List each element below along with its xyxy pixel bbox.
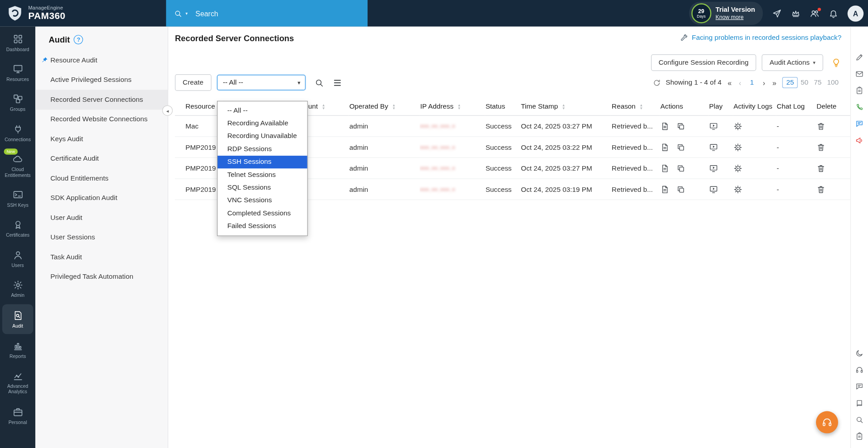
session-activity-icon[interactable] xyxy=(733,122,742,131)
dropdown-option--all-[interactable]: -- All -- xyxy=(217,104,307,117)
notifications-icon[interactable] xyxy=(829,9,838,18)
sidebar-item-user-sessions[interactable]: User Sessions xyxy=(35,228,168,247)
know-more-link[interactable]: Know more xyxy=(716,14,755,21)
prev-page-button[interactable]: ‹ xyxy=(738,78,742,86)
page-size-100[interactable]: 100 xyxy=(824,77,841,87)
last-page-button[interactable]: » xyxy=(771,78,778,86)
license-icon[interactable] xyxy=(791,9,801,18)
sidebar-item-task-audit[interactable]: Task Audit xyxy=(35,247,168,267)
knowledge-base-icon[interactable] xyxy=(855,399,863,407)
dropdown-option-sql-sessions[interactable]: SQL Sessions xyxy=(217,181,307,194)
sidebar-item-groups[interactable]: Groups xyxy=(0,88,35,118)
session-details-icon[interactable] xyxy=(660,122,670,131)
page-size-50[interactable]: 50 xyxy=(798,77,811,87)
column-chooser-icon[interactable] xyxy=(332,78,342,87)
sidebar-item-cloud-entitlements[interactable]: Cloud Entitlements xyxy=(35,168,168,188)
refresh-icon[interactable] xyxy=(652,78,660,86)
edit-icon[interactable] xyxy=(855,53,863,62)
copy-session-icon[interactable] xyxy=(676,122,685,131)
sidebar-item-certificate-audit[interactable]: Certificate Audit xyxy=(35,149,168,168)
delete-row-icon[interactable] xyxy=(816,143,826,152)
notes-icon[interactable] xyxy=(855,432,863,440)
sidebar-collapse-button[interactable]: ◂ xyxy=(162,105,173,116)
sort-icon[interactable]: ▲▼ xyxy=(322,104,326,110)
session-activity-icon[interactable] xyxy=(733,164,742,173)
delete-row-icon[interactable] xyxy=(816,122,826,131)
theme-icon[interactable] xyxy=(855,349,863,357)
col-operated-by[interactable]: Operated By▲▼ xyxy=(349,98,420,116)
sidebar-item-personal[interactable]: Personal xyxy=(0,400,35,430)
support-icon[interactable] xyxy=(855,366,863,374)
session-details-icon[interactable] xyxy=(660,143,670,152)
sidebar-item-ssh-keys[interactable]: SSH Keys xyxy=(0,183,35,213)
sidebar-item-sdk-application-audit[interactable]: SDK Application Audit xyxy=(35,188,168,208)
dropdown-option-rdp-sessions[interactable]: RDP Sessions xyxy=(217,143,307,155)
sidebar-item-advanced-analytics[interactable]: Advanced Analytics xyxy=(0,365,35,400)
next-page-button[interactable]: › xyxy=(762,78,766,86)
sidebar-item-dashboard[interactable]: Dashboard xyxy=(0,28,35,57)
play-session-icon[interactable] xyxy=(709,122,718,131)
play-session-icon[interactable] xyxy=(709,185,718,194)
whats-new-icon[interactable] xyxy=(772,9,782,18)
create-button[interactable]: Create xyxy=(175,74,211,91)
sidebar-item-connections[interactable]: Connections xyxy=(0,118,35,148)
first-page-button[interactable]: « xyxy=(726,78,733,86)
search-placeholder[interactable]: Search xyxy=(195,9,218,17)
audit-actions-button[interactable]: Audit Actions ▾ xyxy=(762,54,823,71)
announcements-icon[interactable] xyxy=(855,136,863,144)
sidebar-item-resource-audit[interactable]: Resource Audit xyxy=(35,50,168,70)
live-chat-icon[interactable] xyxy=(855,382,863,391)
page-size-25[interactable]: 25 xyxy=(783,77,798,88)
sidebar-item-users[interactable]: Users xyxy=(0,243,35,273)
dropdown-option-ssh-sessions[interactable]: SSH Sessions xyxy=(217,156,307,168)
session-filter-select[interactable]: -- All -- ▾ xyxy=(217,75,305,90)
page-size-75[interactable]: 75 xyxy=(811,77,824,87)
sidebar-item-recorded-website-connections[interactable]: Recorded Website Connections xyxy=(35,110,168,129)
session-activity-icon[interactable] xyxy=(733,143,742,152)
dropdown-option-recording-unavailable[interactable]: Recording Unavailable xyxy=(217,130,307,143)
support-fab[interactable] xyxy=(816,411,838,434)
col-ip-address[interactable]: IP Address▲▼ xyxy=(420,98,485,116)
session-details-icon[interactable] xyxy=(660,164,670,173)
sidebar-item-active-privileged-sessions[interactable]: Active Privileged Sessions xyxy=(35,70,168,90)
trial-badge[interactable]: 29 Days Trial Version Know more xyxy=(689,2,763,25)
call-icon[interactable] xyxy=(855,103,863,111)
global-search[interactable]: ▾ Search xyxy=(166,0,368,27)
sort-icon[interactable]: ▲▼ xyxy=(562,104,566,110)
current-page[interactable]: 1 xyxy=(747,79,757,86)
sort-icon[interactable]: ▲▼ xyxy=(458,104,461,110)
copy-session-icon[interactable] xyxy=(676,143,685,152)
sidebar-item-resources[interactable]: Resources xyxy=(0,58,35,88)
search-help-icon[interactable] xyxy=(855,415,863,424)
dropdown-option-failed-sessions[interactable]: Failed Sessions xyxy=(217,220,307,233)
dropdown-option-completed-sessions[interactable]: Completed Sessions xyxy=(217,207,307,220)
sidebar-item-cloud-entitlements[interactable]: NewCloud Entitlements xyxy=(0,148,35,184)
delete-row-icon[interactable] xyxy=(816,185,826,194)
feedback-icon[interactable] xyxy=(855,86,863,95)
delete-row-icon[interactable] xyxy=(816,164,826,173)
community-chat-icon[interactable] xyxy=(855,119,863,128)
user-avatar[interactable]: A xyxy=(848,5,864,22)
mail-icon[interactable] xyxy=(855,70,863,78)
table-search-icon[interactable] xyxy=(314,78,324,87)
tips-bulb-icon[interactable] xyxy=(831,57,841,68)
session-activity-icon[interactable] xyxy=(733,185,742,194)
brand[interactable]: ManageEngine PAM360 xyxy=(7,0,66,27)
playback-help-link[interactable]: Facing problems in recorded sessions pla… xyxy=(692,34,841,42)
active-users-icon[interactable] xyxy=(810,9,819,18)
configure-session-recording-button[interactable]: Configure Session Recording xyxy=(651,54,756,71)
dropdown-option-recording-available[interactable]: Recording Available xyxy=(217,117,307,130)
dropdown-option-telnet-sessions[interactable]: Telnet Sessions xyxy=(217,168,307,181)
sidebar-item-privileged-task-automation[interactable]: Privileged Task Automation xyxy=(35,267,168,286)
sidebar-item-reports[interactable]: Reports xyxy=(0,335,35,365)
play-session-icon[interactable] xyxy=(709,164,718,173)
session-details-icon[interactable] xyxy=(660,185,670,194)
col-time-stamp[interactable]: Time Stamp▲▼ xyxy=(520,98,611,116)
sidebar-item-recorded-server-connections[interactable]: Recorded Server Connections xyxy=(35,90,168,109)
search-scope-caret-icon[interactable]: ▾ xyxy=(185,11,188,16)
sidebar-item-certificates[interactable]: Certificates xyxy=(0,214,35,243)
play-session-icon[interactable] xyxy=(709,143,718,152)
sidebar-item-admin[interactable]: Admin xyxy=(0,274,35,304)
sidebar-item-audit[interactable]: Audit xyxy=(2,304,33,334)
copy-session-icon[interactable] xyxy=(676,164,685,173)
